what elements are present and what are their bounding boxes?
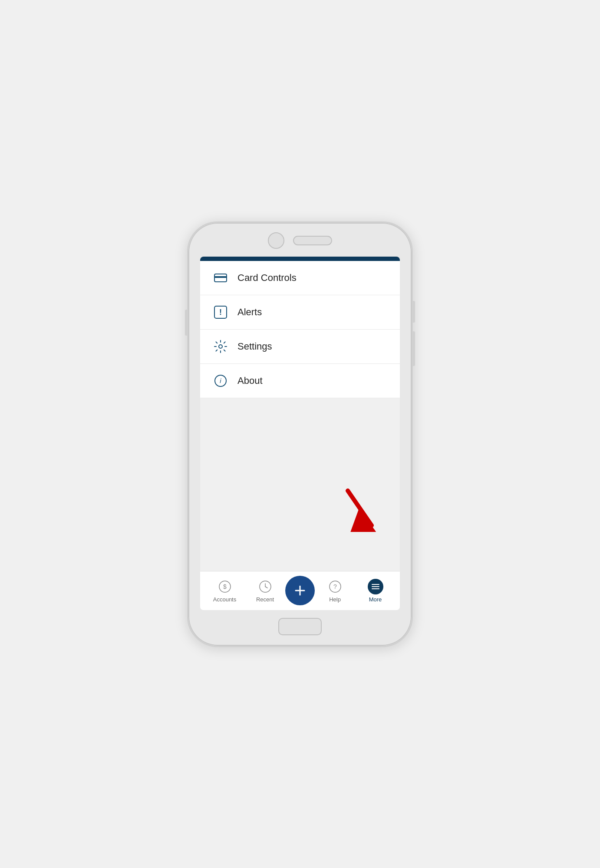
menu-item-alerts[interactable]: ! Alerts (200, 295, 400, 330)
tab-help[interactable]: ? Help (315, 579, 355, 603)
svg-line-15 (265, 587, 267, 588)
phone-screen: Card Controls ! Alerts (200, 257, 400, 610)
svg-line-10 (348, 491, 372, 525)
help-tab-icon: ? (327, 579, 343, 594)
tab-more[interactable]: More (355, 579, 396, 603)
svg-rect-1 (214, 276, 227, 278)
card-icon (212, 270, 229, 286)
home-button[interactable] (278, 618, 322, 635)
volume-button (185, 310, 188, 336)
down-arrow-annotation (339, 488, 378, 532)
svg-text:$: $ (223, 583, 227, 590)
earpiece-speaker (293, 236, 332, 245)
alert-icon: ! (212, 304, 229, 320)
app-header-bar (200, 257, 400, 261)
alerts-label: Alerts (237, 307, 262, 318)
settings-label: Settings (237, 341, 272, 352)
info-icon: i (212, 373, 229, 389)
menu-item-card-controls[interactable]: Card Controls (200, 261, 400, 295)
menu-item-settings[interactable]: Settings (200, 330, 400, 364)
power-button-top (412, 301, 415, 323)
screen-content-area (200, 398, 400, 571)
phone-top-hardware (188, 223, 412, 257)
phone-device: Card Controls ! Alerts (187, 221, 413, 647)
tab-bar: $ Accounts Recent (200, 571, 400, 610)
front-camera (268, 232, 284, 249)
svg-text:!: ! (219, 308, 222, 317)
svg-point-4 (219, 345, 222, 348)
tab-recent[interactable]: Recent (245, 579, 285, 603)
settings-icon (212, 338, 229, 355)
more-tab-icon (368, 579, 383, 594)
power-button-bottom (412, 331, 415, 366)
recent-tab-label: Recent (256, 596, 274, 603)
menu-list: Card Controls ! Alerts (200, 261, 400, 398)
accounts-tab-icon: $ (217, 579, 233, 594)
more-tab-label: More (369, 596, 382, 603)
about-label: About (237, 375, 263, 386)
menu-item-about[interactable]: i About (200, 364, 400, 398)
phone-bottom-hardware (278, 610, 322, 646)
help-tab-label: Help (329, 596, 341, 603)
card-controls-label: Card Controls (237, 272, 297, 284)
svg-text:i: i (220, 377, 221, 384)
accounts-tab-label: Accounts (213, 596, 236, 603)
recent-tab-icon (257, 579, 273, 594)
svg-text:?: ? (333, 583, 337, 590)
tab-accounts[interactable]: $ Accounts (204, 579, 245, 603)
add-button[interactable] (285, 576, 315, 605)
